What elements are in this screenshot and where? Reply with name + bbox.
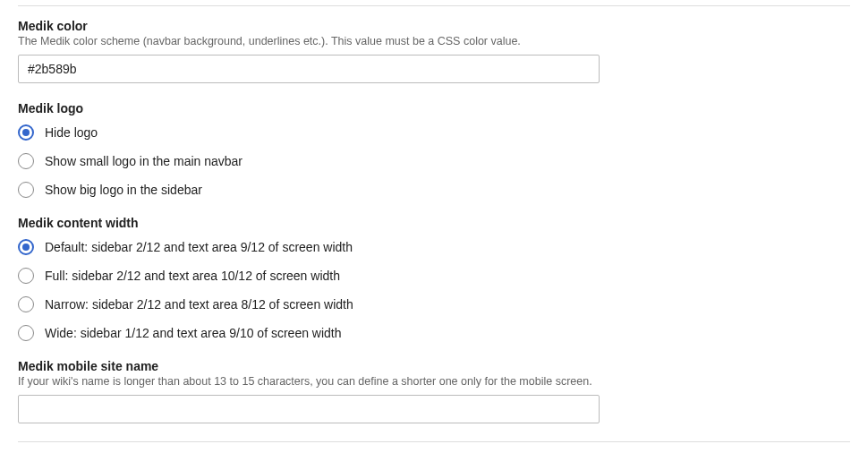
medik-color-help: The Medik color scheme (navbar backgroun… (18, 35, 850, 47)
radio-hide-logo[interactable]: Hide logo (18, 124, 850, 141)
medik-color-input[interactable] (18, 55, 600, 83)
radio-label: Show big logo in the sidebar (45, 183, 202, 197)
radio-width-wide[interactable]: Wide: sidebar 1/12 and text area 9/10 of… (18, 325, 850, 341)
radio-label: Default: sidebar 2/12 and text area 9/12… (45, 240, 353, 254)
medik-width-label: Medik content width (18, 216, 850, 230)
bottom-divider (18, 441, 850, 442)
radio-icon (18, 268, 34, 284)
medik-width-group: Medik content width Default: sidebar 2/1… (18, 216, 850, 341)
radio-label: Narrow: sidebar 2/12 and text area 8/12 … (45, 297, 353, 312)
radio-icon (18, 325, 34, 341)
radio-width-default[interactable]: Default: sidebar 2/12 and text area 9/12… (18, 239, 850, 255)
medik-mobile-group: Medik mobile site name If your wiki's na… (18, 359, 850, 423)
medik-width-options: Default: sidebar 2/12 and text area 9/12… (18, 239, 850, 341)
radio-width-full[interactable]: Full: sidebar 2/12 and text area 10/12 o… (18, 268, 850, 284)
top-divider (18, 5, 850, 6)
medik-color-label: Medik color (18, 19, 850, 33)
radio-icon (18, 239, 34, 255)
medik-mobile-help: If your wiki's name is longer than about… (18, 375, 850, 388)
medik-mobile-label: Medik mobile site name (18, 359, 850, 373)
radio-show-big-logo[interactable]: Show big logo in the sidebar (18, 182, 850, 198)
medik-logo-group: Medik logo Hide logo Show small logo in … (18, 101, 850, 198)
radio-label: Hide logo (45, 125, 98, 140)
radio-icon (18, 124, 34, 141)
radio-icon (18, 153, 34, 169)
radio-label: Full: sidebar 2/12 and text area 10/12 o… (45, 269, 340, 283)
radio-icon (18, 296, 34, 312)
radio-show-small-logo[interactable]: Show small logo in the main navbar (18, 153, 850, 169)
medik-mobile-input[interactable] (18, 395, 600, 423)
radio-label: Show small logo in the main navbar (45, 154, 243, 168)
radio-width-narrow[interactable]: Narrow: sidebar 2/12 and text area 8/12 … (18, 296, 850, 312)
medik-logo-label: Medik logo (18, 101, 850, 115)
radio-icon (18, 182, 34, 198)
medik-color-group: Medik color The Medik color scheme (navb… (18, 19, 850, 83)
medik-logo-options: Hide logo Show small logo in the main na… (18, 124, 850, 198)
radio-label: Wide: sidebar 1/12 and text area 9/10 of… (45, 326, 342, 340)
